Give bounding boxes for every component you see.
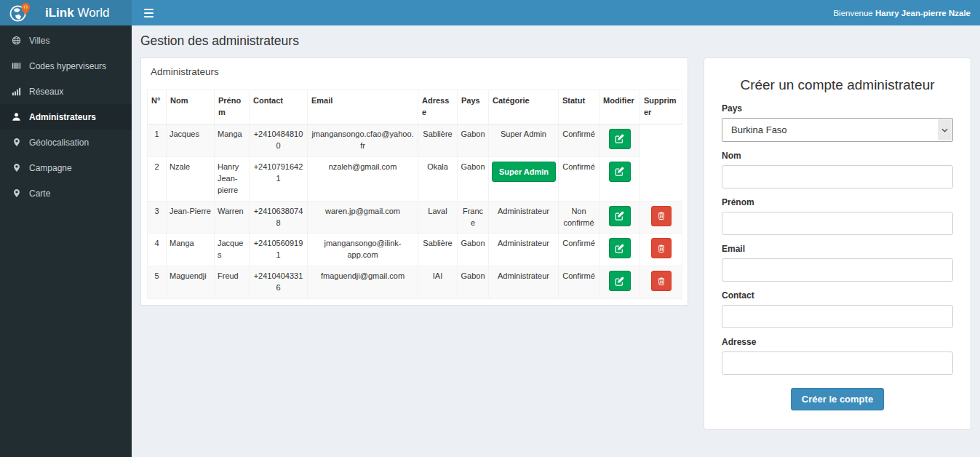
cell-num: 2 — [148, 156, 167, 201]
map-marker-icon — [11, 138, 22, 147]
cell-email: jmangansongo@ilink-app.com — [308, 234, 418, 266]
cell-categorie: Administrateur — [489, 234, 559, 266]
cell-supprimer — [640, 234, 682, 266]
form-title: Créer un compte administrateur — [722, 77, 953, 93]
field-prenom: Prénom — [722, 197, 953, 235]
selected-option: Burkina Faso — [731, 124, 787, 135]
field-label: Nom — [722, 151, 953, 161]
field-nom: Nom — [722, 151, 953, 188]
edit-icon — [615, 277, 624, 286]
contact-input[interactable] — [722, 305, 953, 328]
category-button[interactable]: Super Admin — [492, 162, 556, 182]
cell-statut: Confirmé — [559, 124, 599, 156]
cell-contact: +24105609191 — [250, 234, 308, 266]
sidebar-item-label: Réseaux — [29, 87, 63, 97]
globe-pin-icon: $ — [8, 2, 32, 23]
cell-contact: +24107916421 — [250, 156, 308, 201]
cell-adresse: IAI — [418, 266, 458, 299]
cell-adresse: Okala — [418, 156, 458, 201]
cell-statut: Non confirmé — [559, 201, 599, 234]
delete-button[interactable] — [651, 271, 672, 291]
sidebar-item-carte[interactable]: Carte — [0, 180, 132, 206]
cell-modifier — [599, 266, 640, 299]
cell-categorie: Super Admin — [489, 124, 559, 156]
field-contact: Contact — [722, 290, 953, 328]
delete-button[interactable] — [651, 206, 672, 226]
table-row: 3Jean-PierreWarren+24106380748waren.jp@g… — [148, 201, 682, 234]
sidebar-item-label: Carte — [29, 188, 50, 199]
cell-num: 1 — [148, 124, 167, 156]
adresse-input[interactable] — [722, 351, 953, 375]
sidebar-item-codes-hyperviseurs[interactable]: Codes hyperviseurs — [0, 53, 132, 79]
create-account-button[interactable]: Créer le compte — [791, 388, 884, 410]
col-header-categorie: Catégorie — [489, 90, 559, 124]
barcode-icon — [11, 61, 22, 71]
col-header-pays: Pays — [458, 90, 489, 124]
cell-adresse: Sablière — [418, 124, 458, 156]
edit-icon — [615, 167, 624, 176]
cell-prenom: Freud — [215, 266, 250, 299]
edit-button[interactable] — [609, 238, 631, 258]
chevron-down-icon[interactable] — [938, 119, 952, 140]
trash-icon — [657, 244, 666, 253]
cell-categorie: Super Admin — [489, 156, 559, 201]
sidebar-item-reseaux[interactable]: Réseaux — [0, 79, 132, 104]
cell-contact: +24106380748 — [250, 201, 308, 234]
sidebar-item-geolocalisation[interactable]: Géolocalisation — [0, 130, 132, 155]
sidebar-item-campagne[interactable]: Campagne — [0, 155, 132, 180]
edit-button[interactable] — [609, 206, 631, 226]
cell-categorie: Administrateur — [489, 266, 559, 299]
sidebar-item-administrateurs[interactable]: Administrateurs — [0, 104, 132, 130]
user-icon — [11, 112, 22, 122]
edit-icon — [615, 211, 624, 220]
cell-statut: Confirmé — [559, 266, 599, 299]
cell-supprimer — [640, 201, 682, 234]
globe-icon — [11, 36, 22, 45]
prenom-input[interactable] — [722, 212, 953, 235]
edit-icon — [615, 134, 624, 143]
cell-email: waren.jp@gmail.com — [308, 201, 418, 234]
app-title: iLink World — [45, 6, 110, 20]
cell-modifier — [599, 156, 640, 201]
app-logo[interactable]: $ iLink World — [0, 0, 132, 25]
hamburger-icon[interactable] — [141, 4, 156, 22]
create-form-fields: PaysBurkina FasoNomPrénomEmailContactAdr… — [722, 103, 953, 375]
delete-button[interactable] — [651, 238, 672, 258]
cell-supprimer — [640, 266, 682, 299]
cell-pays: Gabon — [458, 234, 489, 266]
field-label: Contact — [722, 290, 953, 301]
cell-num: 4 — [148, 234, 167, 266]
sidebar-item-label: Campagne — [29, 163, 72, 173]
cell-prenom: Manga — [215, 124, 250, 156]
cell-modifier — [599, 234, 640, 266]
welcome-text[interactable]: Bienvenue Hanry Jean-pierre Nzale — [833, 9, 971, 17]
welcome-prefix: Bienvenue — [833, 9, 875, 17]
nom-input[interactable] — [722, 165, 953, 188]
cell-num: 5 — [148, 266, 167, 299]
administrators-table: N° Nom Prénom Contact Email Adresse Pays… — [147, 90, 682, 299]
svg-text:$: $ — [25, 5, 27, 9]
col-header-adresse: Adresse — [418, 90, 458, 124]
cell-prenom: Warren — [215, 201, 250, 234]
pays-select[interactable]: Burkina Faso — [722, 118, 953, 142]
sidebar: VillesCodes hyperviseursRéseauxAdministr… — [0, 25, 132, 457]
edit-button[interactable] — [609, 271, 631, 291]
field-label: Adresse — [722, 337, 953, 347]
sidebar-item-villes[interactable]: Villes — [0, 28, 132, 53]
field-adresse: Adresse — [722, 337, 953, 375]
cell-statut: Confirmé — [559, 156, 599, 201]
email-input[interactable] — [722, 258, 953, 282]
table-row: 5MaguendjiFreud+24104043316fmaguendji@gm… — [148, 266, 682, 299]
sidebar-menu: VillesCodes hyperviseursRéseauxAdministr… — [0, 25, 132, 206]
edit-button[interactable] — [609, 162, 631, 182]
map-marker-icon — [11, 163, 22, 172]
field-label: Pays — [722, 103, 953, 114]
trash-icon — [657, 277, 666, 286]
col-header-modifier: Modifier — [599, 90, 640, 124]
table-row: 4MangaJacques+24105609191jmangansongo@il… — [148, 234, 682, 266]
field-pays: PaysBurkina Faso — [722, 103, 953, 142]
col-header-statut: Statut — [559, 90, 599, 124]
cell-adresse: Sablière — [418, 234, 458, 266]
cell-nom: Jean-Pierre — [167, 201, 215, 234]
edit-button[interactable] — [609, 129, 631, 149]
